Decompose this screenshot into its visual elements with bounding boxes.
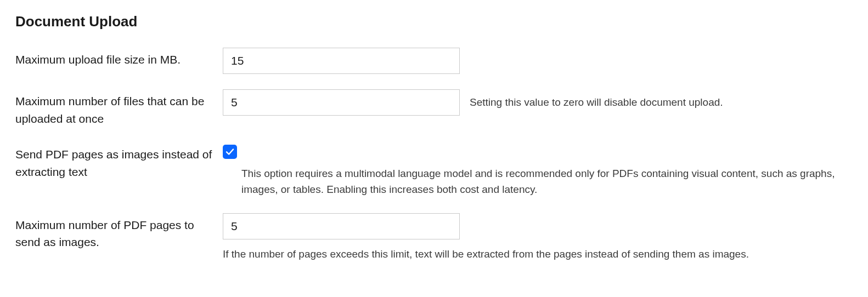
settings-grid: Maximum upload file size in MB. Maximum … (15, 48, 853, 262)
max-upload-size-control (223, 48, 853, 74)
pdf-as-images-checkbox[interactable] (223, 145, 237, 159)
max-pdf-pages-label: Maximum number of PDF pages to send as i… (15, 213, 218, 251)
max-files-control: Setting this value to zero will disable … (223, 89, 853, 116)
check-icon (225, 147, 235, 157)
max-upload-size-input[interactable] (223, 48, 460, 74)
max-pdf-pages-help: If the number of pages exceeds this limi… (223, 246, 853, 262)
max-files-label: Maximum number of files that can be uplo… (15, 89, 218, 127)
max-pdf-pages-control: If the number of pages exceeds this limi… (223, 213, 853, 262)
section-title: Document Upload (15, 13, 853, 30)
pdf-as-images-help: This option requires a multimodal langua… (223, 165, 853, 198)
max-pdf-pages-input[interactable] (223, 213, 460, 239)
max-upload-size-label: Maximum upload file size in MB. (15, 48, 218, 68)
max-files-input[interactable] (223, 89, 460, 116)
pdf-as-images-label: Send PDF pages as images instead of extr… (15, 142, 218, 180)
pdf-as-images-control: This option requires a multimodal langua… (223, 142, 853, 198)
max-files-help: Setting this value to zero will disable … (470, 96, 723, 108)
